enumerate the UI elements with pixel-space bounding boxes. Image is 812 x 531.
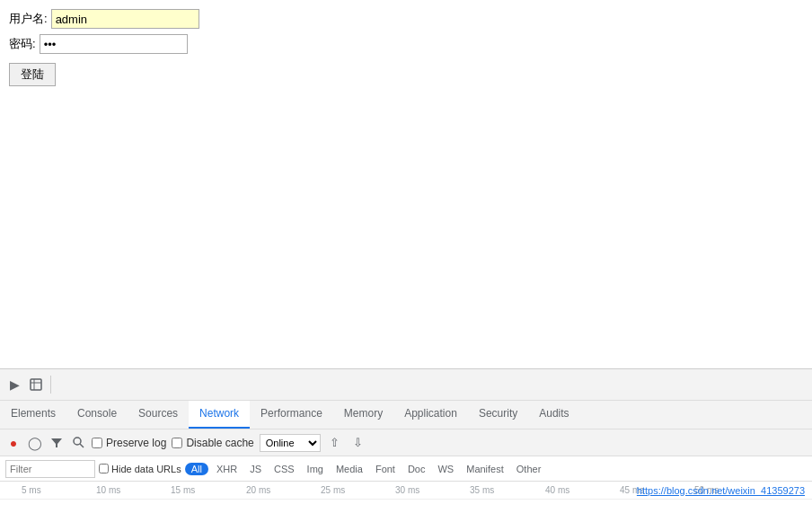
devtools-iconbar: ▶ [0, 369, 812, 401]
tab-console[interactable]: Console [66, 401, 128, 429]
tl-label-10ms: 10 ms [96, 485, 120, 495]
username-input[interactable] [51, 9, 199, 29]
tab-security[interactable]: Security [468, 401, 528, 429]
tab-elements[interactable]: Elements [0, 401, 66, 429]
login-row: 登陆 [9, 59, 803, 86]
svg-rect-0 [31, 379, 41, 390]
filter-other-button[interactable]: Other [512, 463, 546, 475]
filter-manifest-button[interactable]: Manifest [462, 463, 508, 475]
tab-audits[interactable]: Audits [528, 401, 579, 429]
password-label: 密码: [9, 36, 36, 52]
preserve-log-label: Preserve log [106, 437, 166, 449]
disable-cache-label: Disable cache [186, 437, 253, 449]
filter-js-button[interactable]: JS [245, 463, 266, 475]
tl-label-5ms: 5 ms [22, 485, 41, 495]
inspect-icon[interactable] [25, 374, 47, 395]
tl-label-40ms: 40 ms [545, 485, 569, 495]
filter-ws-button[interactable]: WS [433, 463, 458, 475]
tl-label-30ms: 30 ms [395, 485, 419, 495]
cursor-icon[interactable]: ▶ [4, 374, 25, 395]
disable-cache-checkbox-label[interactable]: Disable cache [172, 437, 253, 449]
devtools-toolbar: ● ◯ Preserve log Disable cache Onl [0, 429, 812, 456]
tab-sources[interactable]: Sources [128, 401, 189, 429]
icon-separator [50, 376, 51, 394]
svg-line-5 [80, 444, 84, 447]
tab-application[interactable]: Application [393, 401, 468, 429]
filter-all-button[interactable]: All [185, 463, 208, 475]
filter-input[interactable] [5, 460, 95, 478]
tab-performance[interactable]: Performance [250, 401, 333, 429]
tl-label-15ms: 15 ms [171, 485, 195, 495]
tl-label-35ms: 35 ms [470, 485, 494, 495]
filter-icon[interactable] [49, 435, 65, 451]
username-label: 用户名: [9, 11, 48, 27]
tab-network[interactable]: Network [189, 401, 250, 429]
filter-img-button[interactable]: Img [303, 463, 328, 475]
preserve-log-checkbox-label[interactable]: Preserve log [92, 437, 166, 449]
hide-data-urls-label[interactable]: Hide data URLs [99, 464, 181, 474]
password-input[interactable] [40, 34, 188, 54]
devtools-tabs: Elements Console Sources Network Perform… [0, 401, 812, 429]
filter-xhr-button[interactable]: XHR [212, 463, 242, 475]
export-har-button[interactable]: ⇩ [349, 434, 367, 452]
stop-button[interactable]: ◯ [27, 435, 43, 451]
hide-data-urls-checkbox[interactable] [99, 464, 109, 473]
tl-label-25ms: 25 ms [321, 485, 345, 495]
filter-doc-button[interactable]: Doc [403, 463, 430, 475]
preserve-log-checkbox[interactable] [92, 438, 102, 448]
devtools-filter-row: Hide data URLs All XHR JS CSS Img Media … [0, 456, 812, 482]
import-har-button[interactable]: ⇧ [326, 434, 344, 452]
record-button[interactable]: ● [5, 435, 22, 451]
username-row: 用户名: [9, 9, 803, 29]
devtools-panel: ▶ Elements Console Sources Network Perfo… [0, 368, 812, 531]
watermark-link[interactable]: https://blog.csdn.net/weixin_41359273 [637, 485, 805, 496]
devtools-waterfall: 5 ms 10 ms 15 ms 20 ms 25 ms 30 ms 35 ms… [0, 482, 812, 531]
filter-css-button[interactable]: CSS [269, 463, 299, 475]
disable-cache-checkbox[interactable] [172, 438, 182, 448]
network-throttle-select[interactable]: Online Fast 3G Slow 3G Offline [260, 434, 321, 452]
search-icon[interactable] [70, 435, 86, 451]
login-button[interactable]: 登陆 [9, 63, 56, 86]
tl-label-20ms: 20 ms [246, 485, 270, 495]
filter-font-button[interactable]: Font [371, 463, 400, 475]
password-row: 密码: [9, 34, 803, 54]
tab-memory[interactable]: Memory [333, 401, 393, 429]
svg-marker-3 [51, 438, 62, 447]
browser-content: 用户名: 密码: 登陆 [0, 0, 812, 368]
filter-media-button[interactable]: Media [331, 463, 367, 475]
svg-point-4 [74, 438, 81, 445]
